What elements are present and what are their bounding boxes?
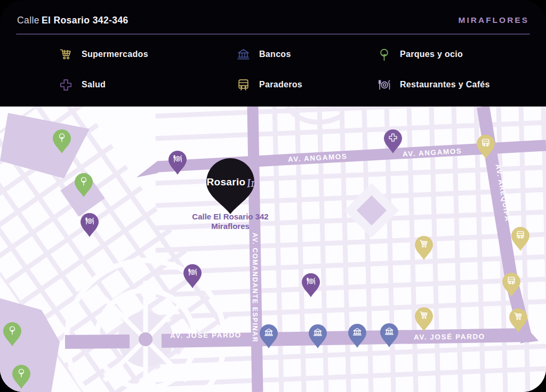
- address-prefix: Calle: [17, 15, 39, 26]
- medical-cross-icon: [59, 78, 73, 92]
- roundabout-core: [139, 332, 152, 346]
- location-map-card: CalleEl Rosario 342-346 MIRAFLORES Super…: [0, 0, 546, 392]
- header: CalleEl Rosario 342-346 MIRAFLORES: [0, 0, 546, 35]
- address-main: El Rosario 342-346: [42, 15, 129, 26]
- legend-label: Supermercados: [82, 50, 148, 59]
- legend-item-supermercados: Supermercados: [59, 47, 148, 62]
- pin-caption-district: Miraflores: [211, 222, 250, 231]
- cart-icon: [59, 47, 73, 62]
- legend-item-salud: Salud: [59, 77, 106, 92]
- legend-item-parques: Parques y ocio: [377, 47, 463, 62]
- bank-icon: [236, 47, 251, 62]
- restaurant-icon: [377, 78, 391, 92]
- brand-wordmark: Rosario: [207, 176, 246, 187]
- legend-item-paraderos: Paraderos: [236, 77, 302, 92]
- pin-caption-address: Calle El Rosario 342: [192, 212, 268, 221]
- street-label: AV. JOSÉ PARDO: [414, 332, 485, 341]
- district-label: MIRAFLORES: [459, 15, 529, 25]
- legend-item-bancos: Bancos: [236, 47, 291, 62]
- address-title: CalleEl Rosario 342-346: [17, 15, 129, 26]
- legend-label: Salud: [82, 80, 106, 89]
- legend-label: Parques y ocio: [400, 50, 463, 59]
- map-canvas[interactable]: AV. ANGAMOSAV. ANGAMOSAV. AREQUIPAAV. CO…: [0, 107, 546, 392]
- map-legend: Supermercados Bancos Parques y ocio Salu…: [0, 35, 546, 107]
- street-label: AV. COMANDANTE ESPINAR: [251, 233, 259, 343]
- brand-suffix: In: [245, 176, 258, 190]
- street-label: AV. JOSÉ PARDO: [170, 331, 242, 339]
- legend-item-restaurantes: Restaurantes y Cafés: [377, 77, 490, 92]
- legend-label: Restaurantes y Cafés: [400, 80, 490, 89]
- legend-label: Bancos: [259, 50, 291, 59]
- header-divider: [16, 34, 530, 35]
- legend-label: Paraderos: [259, 80, 302, 89]
- tree-icon: [377, 47, 391, 62]
- bus-icon: [236, 78, 251, 92]
